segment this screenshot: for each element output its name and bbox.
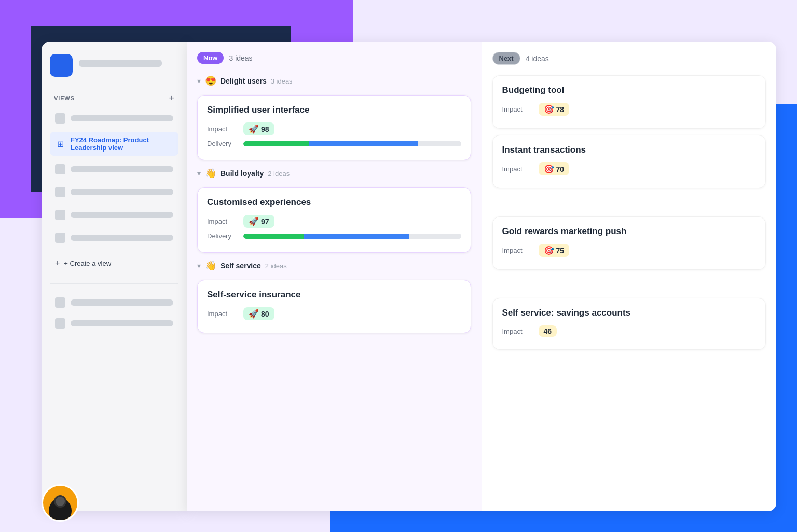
delivery-gray-2 (409, 234, 461, 239)
sidebar-bar-4 (71, 212, 173, 218)
impact-emoji-3: 🚀 (249, 309, 259, 319)
card-gold-rewards-title: Gold rewards marketing push (502, 226, 757, 237)
sidebar-active-icon: ⊞ (55, 139, 65, 149)
card-self-service-insurance[interactable]: Self-service insurance Impact 🚀 80 (197, 280, 471, 333)
sidebar-bar-2 (71, 166, 173, 172)
sidebar-icon-1 (55, 113, 65, 124)
app-container: VIEWS + ⊞ FY24 Roadmap: Product Leadersh… (42, 42, 776, 511)
group-header-build-loyalty: ▾ 👋 Build loyalty 2 ideas (197, 167, 471, 180)
sidebar-item-5[interactable] (50, 228, 178, 247)
selfservice-group-count: 2 ideas (265, 262, 287, 270)
delivery-gray-1 (418, 141, 461, 146)
card-instant-transactions-title: Instant transactions (502, 145, 757, 155)
card-budgeting-tool-title: Budgeting tool (502, 85, 757, 96)
card-insurance-impact-row: Impact 🚀 80 (207, 307, 461, 320)
main-content: Now 3 ideas ▾ 😍 Delight users 3 ideas Si… (187, 42, 776, 511)
sidebar-title-placeholder (79, 60, 162, 67)
card-instant-transactions[interactable]: Instant transactions Impact 🎯 70 (492, 135, 766, 188)
card-budgeting-impact-row: Impact 🎯 78 (502, 103, 757, 116)
sidebar-icon-5 (55, 233, 65, 243)
add-view-button[interactable]: + (169, 93, 174, 103)
create-view-button[interactable]: + + Create a view (50, 253, 178, 273)
impact-label-4: Impact (502, 105, 533, 113)
delivery-green-1 (243, 141, 309, 146)
impact-value-1: 98 (261, 125, 269, 133)
delivery-label-2: Delivery (207, 232, 238, 240)
selfservice-emoji: 👋 (205, 260, 216, 271)
impact-badge-6: 🎯 75 (539, 244, 570, 257)
sidebar-bottom-item-1[interactable] (50, 294, 178, 311)
impact-emoji-2: 🚀 (249, 216, 259, 226)
card-savings-impact-row: Impact 46 (502, 325, 757, 337)
card-self-service-insurance-title: Self-service insurance (207, 290, 461, 300)
impact-value-6: 75 (556, 247, 565, 255)
sidebar-active-label: FY24 Roadmap: Product Leadership view (71, 136, 173, 152)
now-tag: Now (197, 52, 224, 64)
next-column-spacer (492, 195, 766, 216)
impact-badge-5: 🎯 70 (539, 162, 570, 175)
delight-group-count: 3 ideas (271, 77, 293, 85)
impact-label-5: Impact (502, 165, 533, 173)
sidebar-bar-3 (71, 189, 173, 195)
selfservice-group-name: Self service (221, 262, 261, 270)
sidebar-item-3[interactable] (50, 183, 178, 201)
now-column-header: Now 3 ideas (197, 52, 471, 64)
impact-badge-4: 🎯 78 (539, 103, 570, 116)
group-header-self-service: ▾ 👋 Self service 2 ideas (197, 259, 471, 272)
sidebar-divider (50, 283, 178, 284)
sidebar-bar-1 (71, 115, 173, 121)
impact-value-3: 80 (261, 310, 269, 318)
impact-value-4: 78 (556, 105, 565, 114)
column-next: Next 4 ideas Budgeting tool Impact 🎯 78 (482, 42, 777, 511)
impact-emoji-6: 🎯 (544, 245, 554, 255)
card-customised-delivery-row: Delivery (207, 232, 461, 240)
delivery-bar-1 (243, 141, 461, 146)
sidebar-bottom-icon-1 (55, 297, 65, 308)
delight-group-name: Delight users (221, 77, 267, 85)
app-logo (50, 54, 73, 77)
sidebar-item-active[interactable]: ⊞ FY24 Roadmap: Product Leadership view (50, 132, 178, 156)
card-savings-accounts[interactable]: Self service: savings accounts Impact 46 (492, 298, 766, 350)
delight-chevron-icon[interactable]: ▾ (197, 77, 201, 85)
impact-label-7: Impact (502, 328, 533, 335)
svg-point-2 (56, 497, 65, 506)
sidebar-bottom-bar-1 (71, 299, 173, 306)
group-header-delight: ▾ 😍 Delight users 3 ideas (197, 74, 471, 88)
impact-label-1: Impact (207, 125, 238, 133)
impact-badge-7: 46 (539, 325, 557, 337)
delivery-bar-2 (243, 234, 461, 239)
card-customised-impact-row: Impact 🚀 97 (207, 215, 461, 228)
delivery-blue-1 (309, 141, 418, 146)
impact-value-7: 46 (544, 327, 552, 335)
sidebar-bottom-bar-2 (71, 320, 173, 326)
impact-value-5: 70 (556, 165, 565, 173)
delivery-label-1: Delivery (207, 140, 238, 147)
loyalty-chevron-icon[interactable]: ▾ (197, 169, 201, 178)
sidebar-bottom-item-2[interactable] (50, 315, 178, 332)
impact-badge-1: 🚀 98 (243, 122, 274, 135)
sidebar: VIEWS + ⊞ FY24 Roadmap: Product Leadersh… (42, 42, 187, 511)
card-simplified-ui[interactable]: Simplified user interface Impact 🚀 98 De… (197, 95, 471, 160)
sidebar-icon-3 (55, 187, 65, 197)
card-simplified-ui-delivery-row: Delivery (207, 140, 461, 147)
card-gold-rewards[interactable]: Gold rewards marketing push Impact 🎯 75 (492, 216, 766, 270)
impact-emoji-5: 🎯 (544, 164, 554, 174)
selfservice-chevron-icon[interactable]: ▾ (197, 262, 201, 270)
delight-emoji: 😍 (205, 75, 216, 87)
loyalty-group-count: 2 ideas (268, 170, 290, 178)
impact-value-2: 97 (261, 217, 269, 226)
delivery-blue-2 (304, 234, 408, 239)
card-simplified-ui-title: Simplified user interface (207, 105, 461, 115)
sidebar-item-4[interactable] (50, 206, 178, 224)
impact-badge-3: 🚀 80 (243, 307, 274, 320)
card-gold-rewards-impact-row: Impact 🎯 75 (502, 244, 757, 257)
create-view-label: + Create a view (64, 260, 111, 267)
sidebar-item-2[interactable] (50, 160, 178, 179)
card-budgeting-tool[interactable]: Budgeting tool Impact 🎯 78 (492, 75, 766, 129)
sidebar-item-1[interactable] (50, 109, 178, 128)
views-section-header: VIEWS + (50, 91, 178, 105)
impact-label-3: Impact (207, 310, 238, 318)
card-customised-experiences[interactable]: Customised experiences Impact 🚀 97 Deliv… (197, 187, 471, 253)
impact-emoji-4: 🎯 (544, 104, 554, 114)
create-view-icon: + (55, 258, 60, 268)
